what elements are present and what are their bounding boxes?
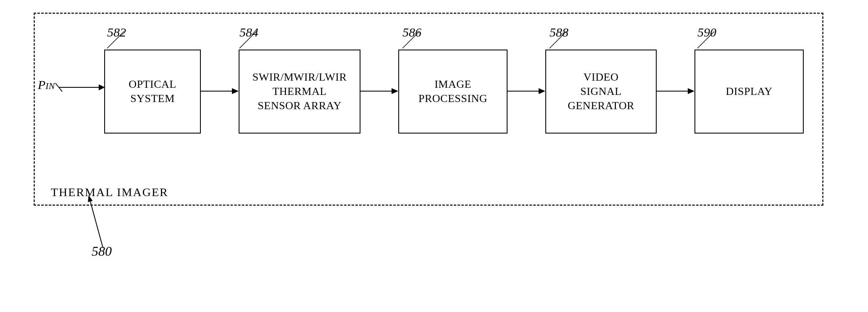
svg-marker-8 <box>392 88 398 94</box>
video-signal-label: VIDEOSIGNALGENERATOR <box>568 70 634 113</box>
display-label: DISPLAY <box>726 84 773 99</box>
arrow-4-5 <box>657 86 694 99</box>
image-processing-label: IMAGEPROCESSING <box>418 77 487 106</box>
thermal-sensor-label: SWIR/MWIR/LWIRTHERMALSENSOR ARRAY <box>253 70 347 113</box>
thermal-sensor-box: SWIR/MWIR/LWIRTHERMALSENSOR ARRAY <box>239 50 360 134</box>
video-signal-box: VIDEOSIGNALGENERATOR <box>545 50 657 134</box>
p-in-arrow <box>59 81 105 94</box>
ref-580-arrow <box>78 193 128 252</box>
svg-line-1 <box>90 202 103 248</box>
diagram-container: THERMAL IMAGER 580 PIN 582 OPTICALSYSTEM <box>0 0 868 312</box>
svg-marker-10 <box>539 88 545 94</box>
optical-system-label: OPTICALSYSTEM <box>129 77 176 106</box>
svg-marker-12 <box>688 88 694 94</box>
image-processing-box: IMAGEPROCESSING <box>398 50 508 134</box>
svg-marker-6 <box>232 88 239 94</box>
arrow-3-4 <box>508 86 545 99</box>
arrow-2-3 <box>360 86 398 99</box>
optical-system-box: OPTICALSYSTEM <box>104 50 201 134</box>
p-in-label: PIN <box>38 78 55 92</box>
arrow-1-2 <box>201 86 239 99</box>
display-box: DISPLAY <box>694 50 804 134</box>
